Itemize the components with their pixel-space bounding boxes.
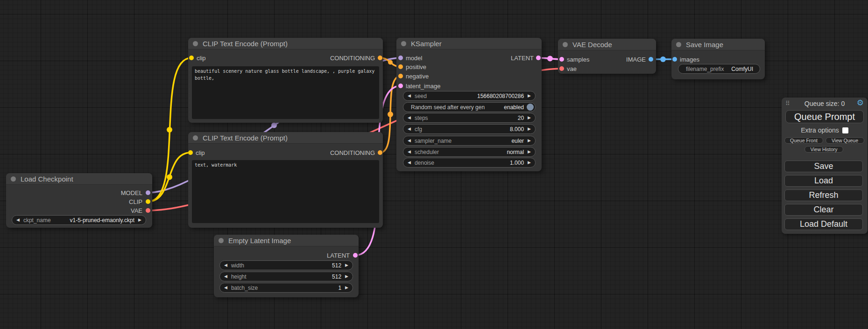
extra-options-checkbox[interactable] [842, 127, 848, 133]
decrement-arrow-icon[interactable]: ◀ [407, 150, 412, 154]
decrement-arrow-icon[interactable]: ◀ [223, 274, 228, 279]
collapse-dot-icon[interactable] [193, 135, 198, 140]
load-button[interactable]: Load [784, 175, 863, 187]
widget-label: width [231, 262, 244, 269]
refresh-button[interactable]: Refresh [784, 189, 863, 201]
increment-arrow-icon[interactable]: ▶ [527, 139, 532, 143]
input-slot-clip[interactable] [189, 56, 194, 60]
node-header[interactable]: Load Checkpoint [6, 173, 152, 185]
increment-arrow-icon[interactable]: ▶ [527, 116, 532, 120]
gear-icon[interactable]: ⚙ [857, 99, 864, 107]
collapse-dot-icon[interactable] [401, 41, 406, 46]
decrement-arrow-icon[interactable]: ◀ [407, 116, 412, 120]
decrement-arrow-icon[interactable]: ◀ [223, 286, 228, 290]
collapse-dot-icon[interactable] [219, 238, 224, 243]
toggle-dot-icon[interactable] [527, 104, 534, 111]
prompt-textarea[interactable]: text, watermark [192, 160, 379, 223]
ckpt-name-widget[interactable]: ◀ ckpt_name v1-5-pruned-emaonly.ckpt ▶ [12, 215, 146, 225]
collapse-dot-icon[interactable] [193, 41, 198, 46]
collapse-dot-icon[interactable] [11, 176, 16, 182]
increment-arrow-icon[interactable]: ▶ [344, 263, 349, 267]
cfg-widget[interactable]: ◀ cfg 8.000 ▶ [403, 124, 536, 134]
height-widget[interactable]: ◀ height 512 ▶ [219, 272, 353, 281]
increment-arrow-icon[interactable]: ▶ [137, 218, 142, 222]
decrement-arrow-icon[interactable]: ◀ [15, 218, 21, 222]
collapse-dot-icon[interactable] [563, 42, 568, 47]
output-slot-conditioning[interactable] [378, 56, 382, 60]
input-slot-vae[interactable] [559, 66, 564, 71]
node-ksampler[interactable]: KSampler model positive negative latent_… [396, 38, 542, 171]
drag-handle-icon[interactable]: ⠿ [785, 100, 790, 107]
node-title: CLIP Text Encode (Prompt) [203, 134, 288, 142]
save-button[interactable]: Save [784, 161, 863, 172]
input-slot-model[interactable] [398, 56, 403, 60]
input-slot-clip[interactable] [188, 150, 193, 155]
decrement-arrow-icon[interactable]: ◀ [407, 161, 412, 165]
batch-size-widget[interactable]: ◀ batch_size 1 ▶ [219, 283, 353, 293]
node-save-image[interactable]: Save Image images filename_prefix ComfyU… [671, 39, 765, 79]
view-history-button[interactable]: View History [804, 146, 843, 153]
node-title: KSampler [411, 40, 442, 48]
view-queue-button[interactable]: View Queue [826, 137, 864, 144]
input-slot-latent-image[interactable] [398, 84, 403, 88]
denoise-widget[interactable]: ◀ denoise 1.000 ▶ [403, 158, 536, 168]
collapse-dot-icon[interactable] [676, 42, 681, 47]
random-seed-widget[interactable]: Random seed after every gen enabled [403, 102, 536, 112]
increment-arrow-icon[interactable]: ▶ [527, 161, 532, 165]
widget-value: ComfyUI [731, 66, 753, 72]
widget-label: sampler_name [415, 138, 452, 144]
seed-widget[interactable]: ◀ seed 156680208700286 ▶ [403, 91, 536, 101]
decrement-arrow-icon[interactable]: ◀ [407, 139, 412, 143]
wire-midpoint-dot [167, 127, 172, 133]
node-clip-text-encode-negative[interactable]: CLIP Text Encode (Prompt) clip CONDITION… [188, 132, 383, 228]
sampler-name-widget[interactable]: ◀ sampler_name euler ▶ [403, 136, 536, 146]
node-header[interactable]: CLIP Text Encode (Prompt) [188, 38, 383, 49]
node-clip-text-encode-positive[interactable]: CLIP Text Encode (Prompt) clip CONDITION… [188, 38, 383, 123]
output-slot-conditioning[interactable] [378, 150, 382, 155]
decrement-arrow-icon[interactable]: ◀ [407, 94, 412, 98]
filename-prefix-widget[interactable]: filename_prefix ComfyUI [678, 64, 760, 74]
widget-value: enabled [504, 104, 524, 111]
prompt-textarea[interactable]: beautiful scenery nature glass bottle la… [192, 66, 379, 119]
input-slot-samples[interactable] [559, 57, 564, 62]
increment-arrow-icon[interactable]: ▶ [344, 274, 349, 279]
input-slot-negative[interactable] [398, 74, 403, 78]
widget-label: denoise [415, 160, 434, 166]
scheduler-widget[interactable]: ◀ scheduler normal ▶ [403, 147, 536, 157]
extra-options-label: Extra options [801, 126, 839, 134]
input-slot-positive[interactable] [398, 64, 403, 69]
node-header[interactable]: CLIP Text Encode (Prompt) [188, 132, 383, 144]
output-slot-latent[interactable] [353, 253, 358, 258]
widget-value: 512 [332, 273, 341, 280]
decrement-arrow-icon[interactable]: ◀ [407, 127, 412, 131]
node-header[interactable]: Save Image [671, 39, 765, 50]
output-slot-latent[interactable] [536, 56, 541, 60]
increment-arrow-icon[interactable]: ▶ [344, 286, 349, 290]
output-slot-image[interactable] [649, 57, 653, 62]
node-empty-latent-image[interactable]: Empty Latent Image LATENT ◀ width 512 ▶ … [214, 235, 359, 297]
load-default-button[interactable]: Load Default [784, 218, 863, 230]
queue-panel[interactable]: ⠿ Queue size: 0 ⚙ Queue Prompt Extra opt… [782, 98, 868, 234]
widget-label: steps [415, 115, 428, 121]
node-title: Save Image [686, 41, 723, 49]
input-slot-images[interactable] [672, 57, 677, 62]
output-slot-model[interactable] [146, 190, 150, 195]
node-vae-decode[interactable]: VAE Decode samples vae IMAGE [558, 39, 656, 74]
widget-label: height [231, 273, 247, 280]
node-header[interactable]: Empty Latent Image [214, 235, 359, 246]
steps-widget[interactable]: ◀ steps 20 ▶ [403, 113, 536, 123]
increment-arrow-icon[interactable]: ▶ [527, 127, 532, 131]
output-slot-clip[interactable] [146, 199, 150, 204]
node-header[interactable]: VAE Decode [558, 39, 656, 50]
comfyui-canvas[interactable]: { "icons": { "left_arrow": "◀", "right_a… [0, 0, 868, 329]
queue-front-button[interactable]: Queue Front [784, 137, 823, 144]
output-slot-vae[interactable] [146, 208, 150, 213]
increment-arrow-icon[interactable]: ▶ [527, 94, 532, 98]
node-header[interactable]: KSampler [396, 38, 542, 49]
clear-button[interactable]: Clear [784, 204, 863, 216]
node-load-checkpoint[interactable]: Load Checkpoint MODEL CLIP VAE ◀ ckpt_na… [6, 173, 152, 228]
increment-arrow-icon[interactable]: ▶ [527, 150, 532, 154]
width-widget[interactable]: ◀ width 512 ▶ [219, 260, 353, 270]
queue-prompt-button[interactable]: Queue Prompt [785, 110, 864, 123]
decrement-arrow-icon[interactable]: ◀ [223, 263, 228, 267]
